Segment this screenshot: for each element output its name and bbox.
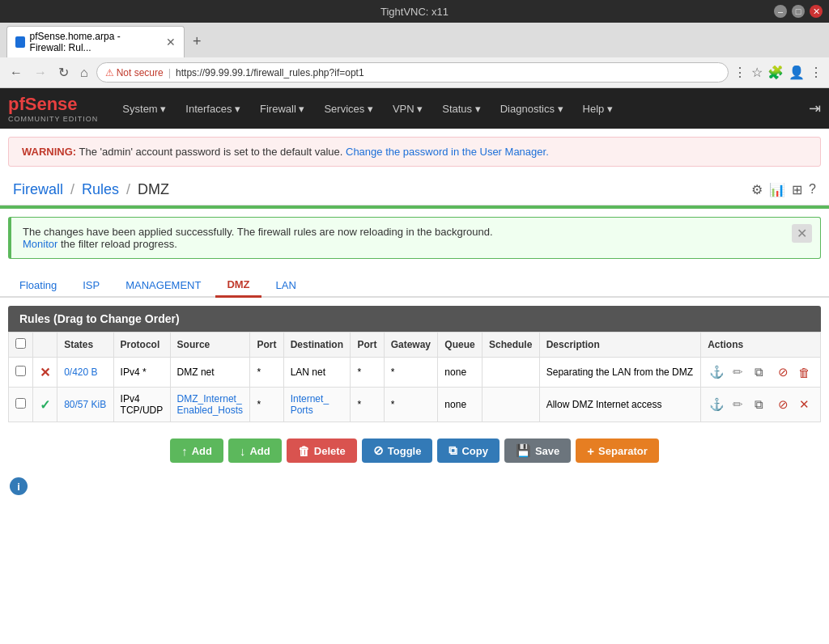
save-label: Save <box>535 445 559 457</box>
row2-src-port: * <box>250 388 283 422</box>
row1-actions: ⚓ ✏ ⧉ ⊘ 🗑 <box>701 358 821 388</box>
row2-copy-icon[interactable]: ⧉ <box>750 396 767 413</box>
browser-tab[interactable]: pfSense.home.arpa - Firewall: Rul... ✕ <box>6 26 185 57</box>
add-down-button[interactable]: ↓ Add <box>228 439 282 463</box>
separator-button[interactable]: + Separator <box>576 439 658 463</box>
row2-anchor-icon[interactable]: ⚓ <box>708 396 725 413</box>
tab-floating[interactable]: Floating <box>8 273 68 296</box>
row1-gateway: * <box>384 358 438 388</box>
row1-src-port: * <box>250 358 283 388</box>
row2-states-link[interactable]: 80/57 KiB <box>64 399 106 410</box>
add-down-icon: ↓ <box>240 444 246 458</box>
tab-lan[interactable]: LAN <box>265 273 308 296</box>
success-suffix: the filter reload progress. <box>61 238 177 250</box>
warning-prefix: WARNING: <box>22 146 76 158</box>
tab-close-icon[interactable]: ✕ <box>166 36 176 49</box>
row1-edit-icon[interactable]: ✏ <box>729 363 746 381</box>
profile-icon[interactable]: 👤 <box>789 65 805 80</box>
extension-icon[interactable]: 🧩 <box>767 65 784 80</box>
header-icons: ⚙ 📊 ⊞ ? <box>751 182 816 197</box>
nav-system[interactable]: System ▾ <box>114 98 174 120</box>
row1-protocol: IPv4 * <box>113 358 170 388</box>
row2-gateway: * <box>384 388 438 422</box>
row2-actions: ⚓ ✏ ⧉ ⊘ ✕ <box>701 388 821 422</box>
delete-button[interactable]: 🗑 Delete <box>287 439 357 463</box>
tabs-row: Floating ISP MANAGEMENT DMZ LAN <box>0 267 829 298</box>
warning-banner: WARNING: The 'admin' account password is… <box>8 137 821 167</box>
address-bar[interactable]: ⚠ Not secure | https://99.99.99.1/firewa… <box>96 62 729 83</box>
nav-services[interactable]: Services ▾ <box>316 98 380 120</box>
row2-destination: Internet_Ports <box>283 388 351 422</box>
header-chart-icon[interactable]: 📊 <box>769 182 785 197</box>
home-button[interactable]: ⌂ <box>77 64 91 82</box>
alert-close-button[interactable]: ✕ <box>792 224 812 243</box>
row2-action-icons: ⚓ ✏ ⧉ ⊘ ✕ <box>708 396 814 413</box>
row2-checkbox-cell <box>9 388 33 422</box>
tab-isp[interactable]: ISP <box>71 273 111 296</box>
breadcrumb-rules[interactable]: Rules <box>82 181 119 197</box>
row1-checkbox[interactable] <box>15 366 26 376</box>
nav-status[interactable]: Status ▾ <box>434 98 488 120</box>
reload-button[interactable]: ↻ <box>55 63 72 82</box>
row2-edit-icon[interactable]: ✏ <box>729 396 746 413</box>
pfsense-logo: pfSense COMMUNITY EDITION <box>8 94 98 123</box>
nav-diagnostics[interactable]: Diagnostics ▾ <box>492 98 572 120</box>
header-sliders-icon[interactable]: ⚙ <box>751 182 763 197</box>
breadcrumb-sep1: / <box>70 181 79 197</box>
pfsense-navbar: pfSense COMMUNITY EDITION System ▾ Inter… <box>0 88 829 129</box>
rules-section: Rules (Drag to Change Order) States Prot… <box>8 306 821 422</box>
row1-states-link[interactable]: 0/420 B <box>64 366 97 378</box>
row1-copy-icon[interactable]: ⧉ <box>750 363 767 381</box>
monitor-link[interactable]: Monitor <box>23 238 57 250</box>
nav-help[interactable]: Help ▾ <box>575 98 621 120</box>
bookmark-icon[interactable]: ☆ <box>751 65 763 80</box>
add-down-label: Add <box>249 445 270 457</box>
row1-disable-icon[interactable]: ⊘ <box>774 363 792 381</box>
save-button[interactable]: 💾 Save <box>504 439 571 463</box>
add-up-button[interactable]: ↑ Add <box>170 439 223 463</box>
close-button[interactable]: ✕ <box>810 5 823 18</box>
toolbar: ↑ Add ↓ Add 🗑 Delete ⊘ Toggle ⧉ Copy 💾 S… <box>0 430 829 471</box>
tab-management[interactable]: MANAGEMENT <box>114 273 212 296</box>
header-grid-icon[interactable]: ⊞ <box>792 182 802 197</box>
success-text: The changes have been applied successful… <box>23 226 493 238</box>
nav-interfaces[interactable]: Interfaces ▾ <box>177 98 249 120</box>
logout-icon[interactable]: ⇥ <box>809 100 821 117</box>
warning-icon: ⚠ <box>105 67 114 78</box>
back-button[interactable]: ← <box>6 64 26 82</box>
row2-description: Allow DMZ Internet access <box>539 388 700 422</box>
maximize-button[interactable]: □ <box>792 5 805 18</box>
nav-firewall[interactable]: Firewall ▾ <box>252 98 312 120</box>
minimize-button[interactable]: – <box>774 5 787 18</box>
copy-button[interactable]: ⧉ Copy <box>437 439 500 463</box>
row2-disable-icon[interactable]: ⊘ <box>774 396 792 413</box>
row1-delete-icon[interactable]: 🗑 <box>795 363 813 381</box>
row1-source: DMZ net <box>170 358 250 388</box>
more-icon[interactable]: ⋮ <box>810 65 823 80</box>
share-icon[interactable]: ⋮ <box>733 65 746 80</box>
row2-dest-link[interactable]: Internet_Ports <box>291 393 329 416</box>
row2-delete-icon[interactable]: ✕ <box>795 396 813 413</box>
row2-checkbox[interactable] <box>15 398 26 409</box>
nav-vpn[interactable]: VPN ▾ <box>385 98 431 120</box>
tab-dmz[interactable]: DMZ <box>215 273 261 298</box>
row1-anchor-icon[interactable]: ⚓ <box>708 363 725 381</box>
breadcrumb-firewall[interactable]: Firewall <box>13 181 63 197</box>
row1-destination: LAN net <box>283 358 351 388</box>
info-icon[interactable]: i <box>10 477 28 495</box>
new-tab-button[interactable]: + <box>188 32 206 52</box>
url-display: https://99.99.99.1/firewall_rules.php?if… <box>176 67 364 78</box>
toggle-button[interactable]: ⊘ Toggle <box>362 439 433 463</box>
select-all-checkbox[interactable] <box>15 338 26 349</box>
header-help-icon[interactable]: ? <box>809 182 816 197</box>
rules-header: Rules (Drag to Change Order) <box>8 306 821 332</box>
row2-badge-cell: ✓ <box>33 388 57 422</box>
logo-text: pfSense <box>8 94 98 115</box>
titlebar-title: TightVNC: x11 <box>380 6 449 18</box>
forward-button[interactable]: → <box>31 64 50 82</box>
url-text: https://99.99.99.1/firewall_rules.php?if… <box>176 67 364 78</box>
row2-source-link[interactable]: DMZ_Internet_Enabled_Hosts <box>177 393 243 416</box>
breadcrumb: Firewall / Rules / DMZ <box>13 181 169 198</box>
col-destination: Destination <box>283 333 351 358</box>
warning-link[interactable]: Change the password in the User Manager. <box>346 146 549 158</box>
